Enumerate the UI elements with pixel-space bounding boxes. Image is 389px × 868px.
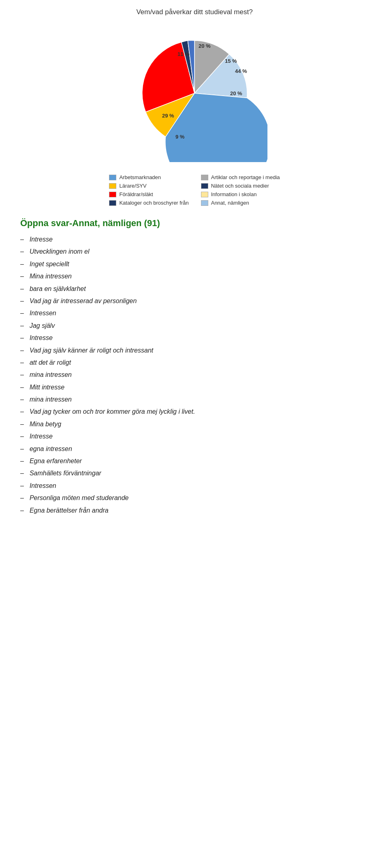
chart-legend: Arbetsmarknaden Lärare/SYV Föräldrar/slä… xyxy=(109,174,280,206)
answer-item: –Egna erfarenheter xyxy=(20,457,373,466)
answer-text: Vad jag är intresserad av personligen xyxy=(30,297,137,306)
answer-dash: – xyxy=(20,346,24,355)
legend-label-kataloger: Kataloger och broschyrer från xyxy=(119,200,188,206)
answer-text: Intresse xyxy=(30,334,53,342)
answer-text: Intressen xyxy=(30,481,56,490)
legend-color-annat xyxy=(201,200,208,206)
legend-label-natet: Nätet och sociala medier xyxy=(211,183,269,189)
answer-item: –mina intressen xyxy=(20,370,373,379)
legend-label-foraldrar: Föräldrar/släkt xyxy=(119,191,153,197)
answer-dash: – xyxy=(20,334,24,342)
legend-item-arbetsmarknaden: Arbetsmarknaden xyxy=(109,174,188,180)
answer-text: Mina intressen xyxy=(30,272,72,281)
answer-text: Vad jag själv känner är roligt och intre… xyxy=(30,346,153,355)
answer-text: Personliga möten med studerande xyxy=(30,494,129,502)
legend-label-annat: Annat, nämligen xyxy=(211,200,249,206)
answer-text: Egna berättelser från andra xyxy=(30,506,109,515)
answer-dash: – xyxy=(20,297,24,306)
answer-item: –Samhällets förväntningar xyxy=(20,469,373,478)
answer-dash: – xyxy=(20,445,24,453)
answer-text: Mitt intresse xyxy=(30,383,64,392)
answer-dash: – xyxy=(20,420,24,429)
answer-item: –Vad jag tycker om och tror kommer göra … xyxy=(20,407,373,416)
answer-dash: – xyxy=(20,506,24,515)
answer-text: Inget speciellt xyxy=(30,260,69,269)
slice-label-15: 15 % xyxy=(225,58,237,64)
answer-dash: – xyxy=(20,358,24,367)
legend-left-col: Arbetsmarknaden Lärare/SYV Föräldrar/slä… xyxy=(109,174,188,206)
slice-label-20-gray: 20 % xyxy=(199,43,211,49)
answer-item: –Intresse xyxy=(20,432,373,441)
answer-dash: – xyxy=(20,407,24,416)
answer-dash: – xyxy=(20,481,24,490)
answer-item: –Vad jag är intresserad av personligen xyxy=(20,297,373,306)
legend-right-col: Artiklar och reportage i media Nätet och… xyxy=(201,174,280,206)
answer-dash: – xyxy=(20,395,24,404)
answer-text: Intressen xyxy=(30,309,56,318)
legend-label-larare: Lärare/SYV xyxy=(119,183,146,189)
answer-text: Intresse xyxy=(30,432,53,441)
pie-chart: 44 % 20 % 15 % 20 % 11 % 29 % 9 % xyxy=(122,24,267,162)
pie-slices xyxy=(142,41,267,162)
answer-dash: – xyxy=(20,321,24,330)
answer-text: mina intressen xyxy=(30,370,72,379)
legend-item-information: Information i skolan xyxy=(201,191,280,197)
legend-label-information: Information i skolan xyxy=(211,191,257,197)
answer-item: –att det är roligt xyxy=(20,358,373,367)
slice-label-20-blue: 20 % xyxy=(230,90,242,96)
answer-item: –bara en självklarhet xyxy=(20,284,373,293)
answer-item: –mina intressen xyxy=(20,395,373,404)
slice-label-9: 9 % xyxy=(175,134,185,140)
answer-item: –Mina intressen xyxy=(20,272,373,281)
answer-dash: – xyxy=(20,370,24,379)
answer-item: –Inget speciellt xyxy=(20,260,373,269)
legend-item-natet: Nätet och sociala medier xyxy=(201,183,280,189)
answer-text: Intresse xyxy=(30,235,53,244)
answer-text: egna intressen xyxy=(30,445,72,453)
answer-text: bara en självklarhet xyxy=(30,284,86,293)
legend-item-kataloger: Kataloger och broschyrer från xyxy=(109,200,188,206)
answer-dash: – xyxy=(20,260,24,269)
legend-item-foraldrar: Föräldrar/släkt xyxy=(109,191,188,197)
answer-dash: – xyxy=(20,469,24,478)
answer-item: –Vad jag själv känner är roligt och intr… xyxy=(20,346,373,355)
legend-color-larare xyxy=(109,183,116,189)
legend-color-information xyxy=(201,192,208,197)
answer-item: –Mitt intresse xyxy=(20,383,373,392)
legend-item-annat: Annat, nämligen xyxy=(201,200,280,206)
legend-item-artiklar: Artiklar och reportage i media xyxy=(201,174,280,180)
answer-dash: – xyxy=(20,457,24,466)
answer-text: att det är roligt xyxy=(30,358,71,367)
chart-title: Vem/vad påverkar ditt studieval mest? xyxy=(136,8,252,16)
answer-item: –egna intressen xyxy=(20,445,373,453)
legend-label-arbetsmarknaden: Arbetsmarknaden xyxy=(119,174,161,180)
answer-dash: – xyxy=(20,235,24,244)
legend-label-artiklar: Artiklar och reportage i media xyxy=(211,174,280,180)
chart-section: Vem/vad påverkar ditt studieval mest? xyxy=(16,8,373,206)
answer-dash: – xyxy=(20,309,24,318)
answer-dash: – xyxy=(20,247,24,256)
answer-dash: – xyxy=(20,284,24,293)
answer-item: –Intresse xyxy=(20,235,373,244)
answer-item: –Intresse xyxy=(20,334,373,342)
answer-text: Jag själv xyxy=(30,321,55,330)
answer-dash: – xyxy=(20,494,24,502)
legend-color-natet xyxy=(201,183,208,189)
answer-item: –Egna berättelser från andra xyxy=(20,506,373,515)
legend-color-arbetsmarknaden xyxy=(109,175,116,180)
answer-item: –Intressen xyxy=(20,481,373,490)
answer-item: –Utvecklingen inom el xyxy=(20,247,373,256)
legend-item-larare: Lärare/SYV xyxy=(109,183,188,189)
answer-dash: – xyxy=(20,272,24,281)
pie-svg: 44 % 20 % 15 % 20 % 11 % 29 % 9 % xyxy=(122,24,267,162)
answer-dash: – xyxy=(20,432,24,441)
answer-text: mina intressen xyxy=(30,395,72,404)
open-answers-title: Öppna svar-Annat, nämligen (91) xyxy=(20,218,373,229)
slice-label-29: 29 % xyxy=(162,113,174,119)
answers-list: –Intresse–Utvecklingen inom el–Inget spe… xyxy=(20,235,373,515)
answer-text: Samhällets förväntningar xyxy=(30,469,101,478)
slice-label-11: 11 % xyxy=(177,51,190,57)
legend-color-artiklar xyxy=(201,175,208,180)
answer-text: Utvecklingen inom el xyxy=(30,247,90,256)
answer-text: Mina betyg xyxy=(30,420,61,429)
